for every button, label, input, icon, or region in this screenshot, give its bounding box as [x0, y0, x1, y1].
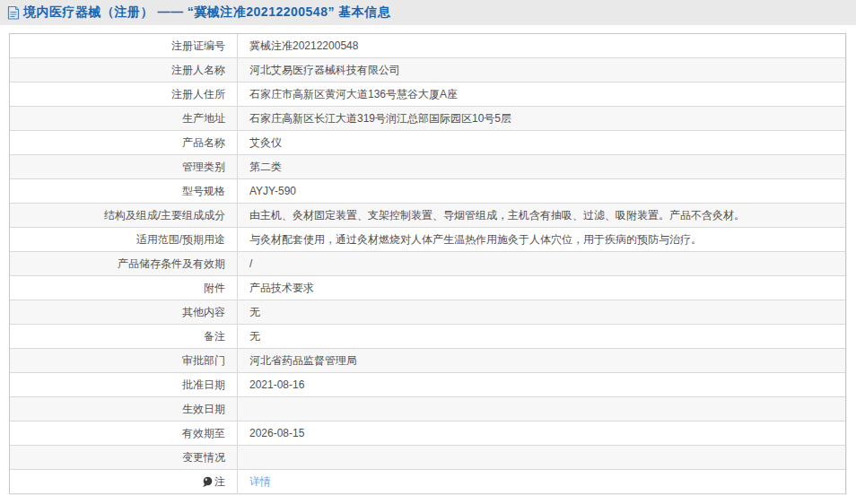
row-value — [238, 446, 845, 469]
row-value: 河北省药品监督管理局 — [238, 349, 845, 372]
row-value: 艾灸仪 — [238, 131, 845, 154]
table-row-registrant-address: 注册人住所 石家庄市高新区黄河大道136号慧谷大厦A座 — [10, 83, 845, 107]
document-icon — [7, 6, 20, 20]
table-row-approval-department: 审批部门 河北省药品监督管理局 — [10, 349, 845, 373]
table-row-model-spec: 型号规格 AYJY-590 — [10, 179, 845, 204]
table-row-attachment: 附件 产品技术要求 — [10, 276, 845, 300]
row-value: 第二类 — [238, 155, 845, 178]
table-row-remarks: 备注 无 — [10, 325, 845, 349]
table-row-product-name: 产品名称 艾灸仪 — [10, 131, 845, 155]
table-row-valid-until: 有效期至 2026-08-15 — [10, 421, 845, 446]
table-row-registrant-name: 注册人名称 河北艾易医疗器械科技有限公司 — [10, 58, 845, 83]
row-label: 备注 — [10, 325, 238, 348]
registration-info-table: 注册证编号 冀械注准20212200548 注册人名称 河北艾易医疗器械科技有限… — [9, 33, 846, 494]
row-value: 详情 — [238, 470, 845, 493]
table-row-note: 注 详情 — [10, 470, 845, 494]
row-label: 批准日期 — [10, 373, 238, 396]
table-row-structure-composition: 结构及组成/主要组成成分 由主机、灸材固定装置、支架控制装置、导烟管组成，主机含… — [10, 204, 845, 228]
table-row-production-address: 生产地址 石家庄高新区长江大道319号润江总部国际园区10号5层 — [10, 107, 845, 131]
table-row-intended-use: 适用范围/预期用途 与灸材配套使用，通过灸材燃烧对人体产生温热作用施灸于人体穴位… — [10, 228, 845, 252]
row-value: 产品技术要求 — [238, 276, 845, 300]
row-value: 2021-08-16 — [238, 373, 845, 396]
row-label: 其他内容 — [10, 300, 238, 324]
row-value: 石家庄市高新区黄河大道136号慧谷大厦A座 — [238, 83, 845, 106]
table-row-management-class: 管理类别 第二类 — [10, 155, 845, 179]
row-label: 产品名称 — [10, 131, 238, 154]
row-label: 注册证编号 — [10, 34, 238, 57]
row-label: 适用范围/预期用途 — [10, 228, 238, 251]
row-value: 由主机、灸材固定装置、支架控制装置、导烟管组成，主机含有抽吸、过滤、吸附装置。产… — [238, 204, 845, 227]
row-label: 结构及组成/主要组成成分 — [10, 204, 238, 227]
row-label: 附件 — [10, 276, 238, 300]
row-value — [238, 397, 845, 421]
table-row-effective-date: 生效日期 — [10, 397, 845, 421]
row-label: 注册人住所 — [10, 83, 238, 106]
row-value: 2026-08-15 — [238, 421, 845, 445]
row-label: 产品储存条件及有效期 — [10, 252, 238, 275]
row-value: 冀械注准20212200548 — [238, 34, 845, 57]
row-label-text: 注 — [214, 474, 225, 490]
row-label: 管理类别 — [10, 155, 238, 178]
row-label: 审批部门 — [10, 349, 238, 372]
table-row-approval-date: 批准日期 2021-08-16 — [10, 373, 845, 397]
row-value: 与灸材配套使用，通过灸材燃烧对人体产生温热作用施灸于人体穴位，用于疾病的预防与治… — [238, 228, 845, 251]
page-title: 境内医疗器械（注册） —— “冀械注准20212200548” 基本信息 — [23, 4, 390, 21]
row-label: 有效期至 — [10, 421, 238, 445]
row-value: AYJY-590 — [238, 179, 845, 203]
page-header: 境内医疗器械（注册） —— “冀械注准20212200548” 基本信息 — [0, 0, 856, 25]
row-label: 型号规格 — [10, 179, 238, 203]
table-row-registration-number: 注册证编号 冀械注准20212200548 — [10, 34, 845, 58]
table-row-change-status: 变更情况 — [10, 446, 845, 470]
row-label: 生效日期 — [10, 397, 238, 421]
table-row-other-content: 其他内容 无 — [10, 300, 845, 325]
row-label: 注册人名称 — [10, 58, 238, 82]
row-value: 无 — [238, 325, 845, 348]
table-row-storage-conditions: 产品储存条件及有效期 / — [10, 252, 845, 276]
row-value: 石家庄高新区长江大道319号润江总部国际园区10号5层 — [238, 107, 845, 130]
row-value: 无 — [238, 300, 845, 324]
note-balloon-icon — [202, 476, 213, 488]
row-value: 河北艾易医疗器械科技有限公司 — [238, 58, 845, 82]
note-detail-link[interactable]: 详情 — [249, 474, 271, 490]
row-label: 变更情况 — [10, 446, 238, 469]
row-label: 生产地址 — [10, 107, 238, 130]
row-label: 注 — [10, 470, 238, 493]
row-value: / — [238, 252, 845, 275]
